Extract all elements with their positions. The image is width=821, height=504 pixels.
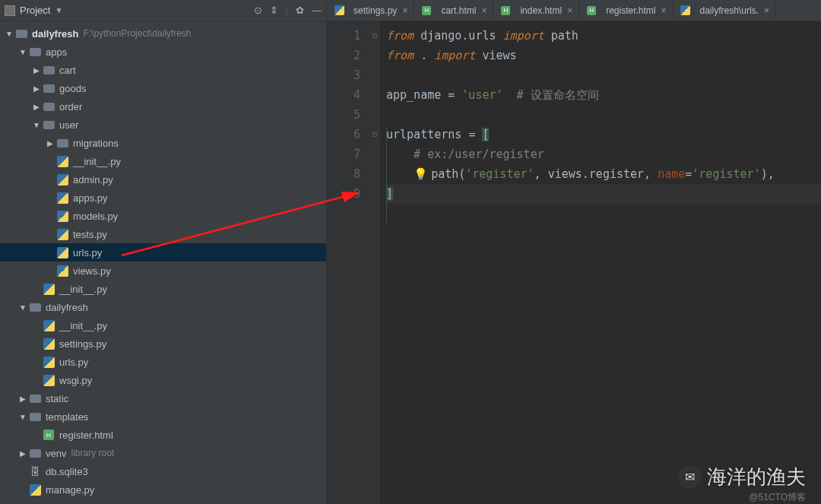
folder-icon	[29, 302, 41, 312]
bulb-icon[interactable]: 💡	[414, 167, 428, 181]
close-icon[interactable]: ×	[567, 5, 572, 16]
line-number: 4	[327, 85, 360, 105]
py-icon	[333, 5, 345, 16]
node-label: tests.py	[73, 229, 107, 240]
sidebar-header: Project ▼ ⊙ ⇕ | ✿ —	[0, 0, 326, 21]
node-label: manage.py	[46, 484, 94, 496]
tree-node-goods[interactable]: ▶goods	[0, 79, 326, 97]
chevron-icon[interactable]: ▶	[18, 449, 27, 458]
node-label: urls.py	[73, 247, 102, 258]
py-icon	[56, 211, 68, 221]
tree-node-__init__-py[interactable]: __init__.py	[0, 316, 326, 334]
tree-node-models-py[interactable]: models.py	[0, 207, 326, 225]
node-label: migrations	[73, 138, 119, 149]
tree-node-cart[interactable]: ▶cart	[0, 61, 326, 79]
tree-node-apps[interactable]: ▼apps	[0, 43, 326, 61]
py-icon	[680, 5, 692, 16]
chevron-icon[interactable]: ▼	[18, 303, 27, 312]
tab-index-html[interactable]: Hindex.html×	[493, 0, 579, 21]
tree-node-__init__-py[interactable]: __init__.py	[0, 152, 326, 170]
line-number: 3	[327, 65, 360, 85]
py-icon	[56, 174, 68, 185]
tree-node-__init__-py[interactable]: __init__.py	[0, 280, 326, 298]
tree-node-dailyfresh[interactable]: ▼dailyfresh	[0, 298, 326, 316]
chevron-icon[interactable]: ▶	[46, 139, 55, 147]
db-icon	[29, 466, 41, 477]
fold-gutter[interactable]: ⊟ ⊟	[369, 21, 380, 504]
gear-icon[interactable]: ✿	[296, 5, 304, 16]
html-icon: H	[499, 5, 512, 16]
close-icon[interactable]: ×	[481, 5, 487, 16]
node-label: db.sqlite3	[46, 466, 88, 477]
tree-node-manage-py[interactable]: manage.py	[0, 480, 326, 499]
html-icon: H	[43, 430, 55, 440]
node-label: templates	[46, 411, 88, 423]
close-icon[interactable]: ×	[661, 5, 667, 16]
code-area[interactable]: 123456789 ⊟ ⊟ from django.urls import pa…	[327, 21, 821, 504]
editor-tabs: settings.py×Hcart.html×Hindex.html×Hregi…	[327, 0, 821, 21]
chevron-icon[interactable]: ▼	[18, 413, 27, 421]
node-label: apps	[46, 46, 67, 58]
tree-node-settings-py[interactable]: settings.py	[0, 334, 326, 353]
chevron-icon[interactable]: ▶	[32, 103, 41, 111]
folder-icon	[43, 83, 55, 94]
chevron-icon[interactable]: ▶	[18, 395, 27, 403]
tab-dailyfresh-urls-[interactable]: dailyfresh\urls.×	[674, 0, 776, 21]
folder-icon	[56, 138, 68, 148]
tree-node-static[interactable]: ▶static	[0, 389, 326, 407]
node-label: models.py	[73, 211, 118, 222]
line-number: 1	[327, 26, 360, 46]
line-number: 2	[327, 46, 360, 65]
py-icon	[43, 357, 55, 367]
tab-register-html[interactable]: Hregister.html×	[579, 0, 673, 21]
tree-node-urls-py[interactable]: urls.py	[0, 353, 326, 371]
chevron-down-icon[interactable]: ▼	[5, 30, 14, 38]
chevron-icon[interactable]: ▶	[32, 84, 41, 93]
chevron-down-icon[interactable]: ▼	[55, 6, 62, 14]
code-content[interactable]: from django.urls import path from . impo…	[380, 21, 821, 504]
folder-icon	[43, 101, 55, 112]
node-label: goods	[59, 83, 86, 94]
project-sidebar: Project ▼ ⊙ ⇕ | ✿ — ▼ dailyfresh F:\pyth…	[0, 0, 327, 504]
tree-node-templates[interactable]: ▼templates	[0, 407, 326, 426]
collapse-icon[interactable]: ⇕	[270, 5, 278, 16]
tree-node-user[interactable]: ▼user	[0, 116, 326, 134]
close-icon[interactable]: ×	[764, 5, 769, 16]
tab-cart-html[interactable]: Hcart.html×	[414, 0, 493, 21]
tree-root[interactable]: ▼ dailyfresh F:\pythonProject\dailyfresh	[0, 24, 326, 43]
node-label: __init__.py	[59, 320, 107, 331]
chevron-icon[interactable]: ▼	[18, 48, 27, 56]
line-number: 6	[327, 125, 360, 144]
tree-node-urls-py[interactable]: urls.py	[0, 243, 326, 262]
tree-node-views-py[interactable]: views.py	[0, 262, 326, 280]
locate-icon[interactable]: ⊙	[254, 5, 262, 16]
node-label: settings.py	[59, 338, 106, 350]
py-icon	[43, 375, 55, 385]
tree-node-admin-py[interactable]: admin.py	[0, 170, 326, 189]
tree-node-wsgi-py[interactable]: wsgi.py	[0, 371, 326, 389]
hide-icon[interactable]: —	[312, 5, 322, 16]
tree-node-register-html[interactable]: Hregister.html	[0, 426, 326, 444]
tree-node-migrations[interactable]: ▶migrations	[0, 134, 326, 152]
py-icon	[43, 338, 55, 349]
close-icon[interactable]: ×	[402, 5, 407, 16]
node-label: apps.py	[73, 192, 108, 204]
tree-node-tests-py[interactable]: tests.py	[0, 225, 326, 243]
tree-node-order[interactable]: ▶order	[0, 97, 326, 116]
tree-node-db-sqlite3[interactable]: db.sqlite3	[0, 462, 326, 480]
project-tree[interactable]: ▼ dailyfresh F:\pythonProject\dailyfresh…	[0, 21, 326, 504]
node-label: venv	[46, 448, 66, 459]
tab-settings-py[interactable]: settings.py×	[327, 0, 414, 21]
node-label: __init__.py	[59, 284, 107, 295]
tree-node-venv[interactable]: ▶venvlibrary root	[0, 444, 326, 462]
chevron-icon[interactable]: ▼	[32, 121, 41, 129]
chevron-icon[interactable]: ▶	[32, 66, 41, 74]
watermark-sub: @51CTO博客	[749, 491, 806, 504]
html-icon: H	[420, 5, 433, 16]
folder-icon	[29, 448, 41, 458]
folder-icon	[43, 65, 55, 75]
node-label: order	[59, 101, 82, 113]
sidebar-title[interactable]: Project	[20, 5, 50, 16]
tree-node-apps-py[interactable]: apps.py	[0, 189, 326, 207]
folder-icon	[29, 393, 41, 404]
